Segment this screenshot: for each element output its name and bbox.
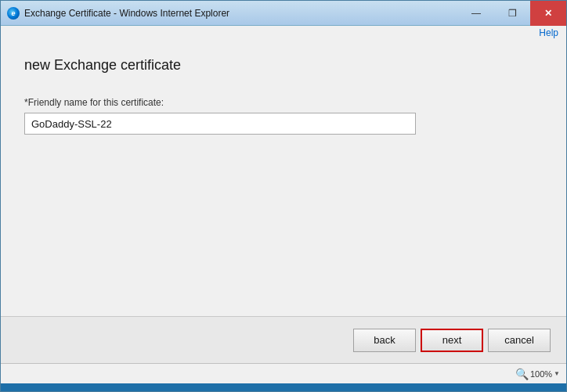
zoom-level: 100%: [530, 369, 552, 379]
back-button[interactable]: back: [353, 329, 416, 352]
title-bar: e Exchange Certificate - Windows Interne…: [1, 1, 566, 26]
title-bar-left: e Exchange Certificate - Windows Interne…: [7, 7, 229, 20]
zoom-dropdown-arrow[interactable]: ▼: [554, 370, 560, 377]
help-link[interactable]: Help: [539, 27, 558, 41]
window-controls: — ❒ ✕: [458, 1, 566, 26]
restore-button[interactable]: ❒: [494, 1, 530, 26]
close-button[interactable]: ✕: [530, 1, 566, 26]
form-section: *Friendly name for this certificate:: [24, 97, 543, 135]
zoom-indicator: 🔍 100% ▼: [515, 368, 560, 380]
cancel-button[interactable]: cancel: [488, 329, 551, 352]
button-bar: back next cancel: [1, 316, 566, 363]
main-content: new Exchange certificate *Friendly name …: [1, 41, 566, 316]
minimize-button[interactable]: —: [458, 1, 494, 26]
page-title: new Exchange certificate: [24, 57, 543, 74]
taskbar-strip: [1, 383, 566, 391]
window-title: Exchange Certificate - Windows Internet …: [24, 8, 229, 19]
top-bar: Help: [1, 26, 566, 41]
field-label: *Friendly name for this certificate:: [24, 97, 543, 108]
content-area: Help new Exchange certificate *Friendly …: [1, 26, 566, 383]
friendly-name-input[interactable]: [24, 113, 416, 135]
zoom-icon: 🔍: [515, 368, 529, 380]
main-window: e Exchange Certificate - Windows Interne…: [0, 0, 567, 392]
ie-icon: e: [7, 7, 20, 20]
next-button[interactable]: next: [421, 329, 483, 352]
status-bar: 🔍 100% ▼: [1, 363, 566, 383]
